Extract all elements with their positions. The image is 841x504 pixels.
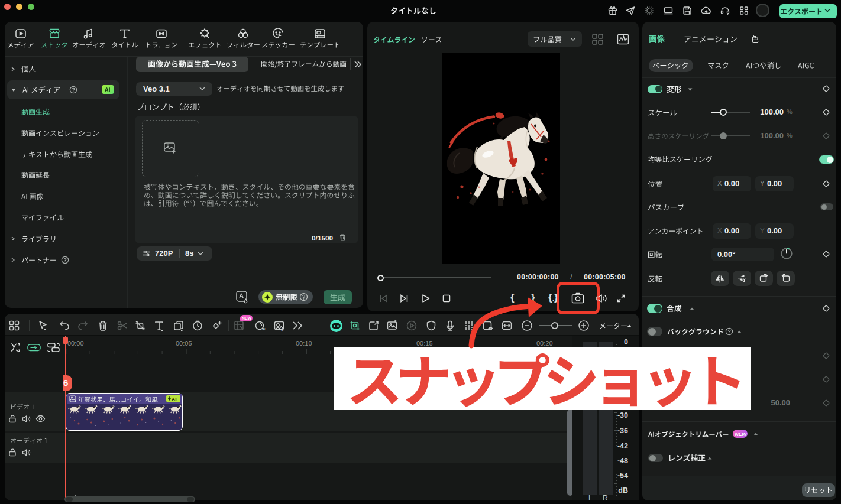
svg-text:2: 2: [282, 327, 284, 331]
svg-text:AI: AI: [172, 396, 177, 402]
svg-text:AI: AI: [262, 327, 266, 331]
